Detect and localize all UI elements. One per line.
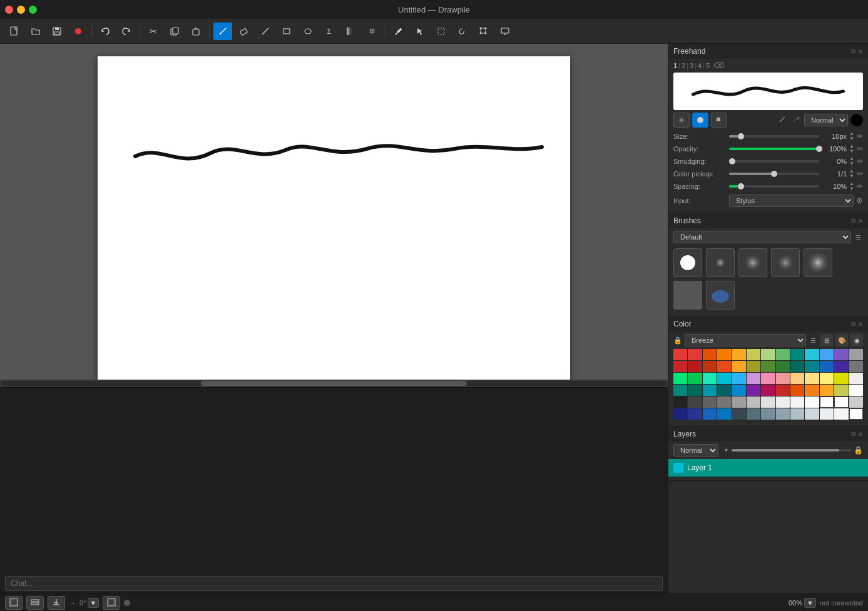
color-swatch[interactable]	[790, 396, 804, 408]
color-swatch[interactable]	[688, 361, 702, 372]
color-swatch[interactable]	[673, 361, 687, 372]
fill-tool[interactable]: Σ	[320, 23, 339, 40]
color-swatch[interactable]	[747, 408, 760, 420]
color-swatch[interactable]	[776, 349, 790, 360]
spacing-down[interactable]: ▼	[849, 186, 854, 191]
color-swatch[interactable]	[688, 373, 702, 384]
brushes-menu-btn[interactable]: ☰	[854, 233, 863, 241]
freehand-tool[interactable]	[213, 23, 232, 40]
color-swatch[interactable]	[790, 361, 804, 372]
paste-tool[interactable]	[186, 23, 205, 40]
color-swatch[interactable]	[820, 408, 834, 420]
color-swatch[interactable]	[849, 396, 863, 408]
slot-5[interactable]: 5	[706, 62, 710, 69]
color-swatch[interactable]	[673, 373, 687, 384]
layers-close-btn[interactable]: ✕	[858, 430, 863, 438]
blend-mode-pencil-btn[interactable]	[777, 115, 788, 125]
spacing-slider[interactable]	[729, 185, 819, 188]
transform2-tool[interactable]	[474, 23, 493, 40]
color-swatch[interactable]	[790, 349, 804, 360]
input-select[interactable]: Stylus Mouse Distance Velocity	[729, 194, 854, 207]
color-swatch[interactable]	[805, 396, 819, 408]
maximize-button[interactable]	[29, 6, 37, 14]
color-swatch[interactable]	[776, 361, 790, 372]
undo-tool[interactable]	[96, 23, 115, 40]
status-layer-btn[interactable]	[26, 596, 44, 610]
color-swatch[interactable]	[688, 396, 702, 408]
color-swatch[interactable]	[673, 408, 687, 420]
brush-type-hard[interactable]	[692, 113, 708, 128]
color-swatch[interactable]	[820, 385, 834, 396]
brush-item[interactable]	[738, 248, 767, 277]
scrollbar-thumb-h[interactable]	[201, 381, 467, 386]
brush-item[interactable]	[673, 248, 702, 277]
colorpickup-slider[interactable]	[729, 173, 819, 175]
color-swatch[interactable]	[834, 396, 848, 408]
color-swatch[interactable]	[703, 349, 717, 360]
eraser-tool[interactable]	[235, 23, 253, 40]
color-swatch[interactable]	[717, 373, 731, 384]
color-swatch[interactable]	[761, 408, 775, 420]
blend-mode-select[interactable]: Normal	[804, 114, 848, 126]
slot-4[interactable]: 4	[698, 62, 702, 69]
color-swatch[interactable]	[849, 349, 863, 360]
smudging-down[interactable]: ▼	[849, 161, 854, 166]
pointer-tool[interactable]	[411, 23, 429, 40]
color-swatch[interactable]	[820, 396, 834, 408]
color-swatch[interactable]	[761, 349, 775, 360]
color-swatch[interactable]	[703, 396, 717, 408]
transform-tool[interactable]: ⊞	[362, 23, 381, 40]
color-swatch[interactable]	[673, 385, 687, 396]
color-swatch[interactable]	[834, 349, 848, 360]
zoom-dropdown[interactable]: ▼	[804, 598, 816, 608]
gradient-tool[interactable]	[341, 23, 360, 40]
brush-type-soft[interactable]	[673, 113, 690, 128]
color-swatch[interactable]	[790, 385, 804, 396]
smudging-pen-icon[interactable]: ✏	[857, 157, 863, 166]
scrollbar-track-h[interactable]	[1, 381, 666, 386]
color-swatch[interactable]	[849, 408, 863, 420]
color-swatch[interactable]	[688, 385, 702, 396]
color-swatch[interactable]	[717, 396, 731, 408]
color-swatch[interactable]	[747, 396, 760, 408]
layer-opacity-slider[interactable]	[732, 449, 851, 452]
color-swatch[interactable]	[849, 385, 863, 396]
brush-erase-btn[interactable]: ⌫	[713, 61, 724, 70]
color-swatch[interactable]	[717, 385, 731, 396]
palette-menu-btn[interactable]: ☰	[809, 336, 818, 345]
colorpickup-pen-icon[interactable]: ✏	[857, 169, 863, 178]
size-pen-icon[interactable]: ✏	[857, 132, 863, 141]
smudging-stepper[interactable]: ▲ ▼	[849, 156, 854, 166]
status-frame-btn[interactable]	[5, 596, 23, 610]
opacity-down[interactable]: ▼	[849, 149, 854, 154]
brush-item[interactable]	[706, 281, 735, 310]
color-swatch[interactable]	[732, 361, 746, 372]
color-swatch[interactable]	[673, 349, 687, 360]
color-swatch[interactable]	[703, 361, 717, 372]
record-tool[interactable]	[69, 23, 88, 40]
color-swatch[interactable]	[747, 349, 760, 360]
line-tool[interactable]	[256, 23, 275, 40]
foreground-color[interactable]	[850, 114, 863, 126]
color-swatch[interactable]	[717, 349, 731, 360]
palette-select[interactable]: Breeze Default Pastel	[685, 334, 806, 346]
color-wheel-btn[interactable]: ◉	[850, 334, 863, 346]
color-swatch[interactable]	[761, 396, 775, 408]
color-swatch[interactable]	[761, 373, 775, 384]
color-swatch[interactable]	[776, 396, 790, 408]
color-swatch[interactable]	[732, 396, 746, 408]
minimize-button[interactable]	[17, 6, 25, 14]
color-swatch[interactable]	[732, 349, 746, 360]
copy-tool[interactable]	[165, 23, 184, 40]
eyedropper-tool[interactable]	[389, 23, 408, 40]
color-grid-btn[interactable]: ⊞	[820, 334, 833, 346]
color-swatch[interactable]	[732, 385, 746, 396]
colorpickup-down[interactable]: ▼	[849, 174, 854, 179]
opacity-slider[interactable]	[729, 148, 819, 150]
canvas[interactable]	[98, 56, 570, 380]
smudging-slider[interactable]	[729, 160, 819, 163]
color-swatch[interactable]	[776, 373, 790, 384]
color-swatch[interactable]	[776, 408, 790, 420]
color-swatch[interactable]	[834, 361, 848, 372]
brushes-folder-select[interactable]: Default Inking Painting	[673, 231, 851, 243]
